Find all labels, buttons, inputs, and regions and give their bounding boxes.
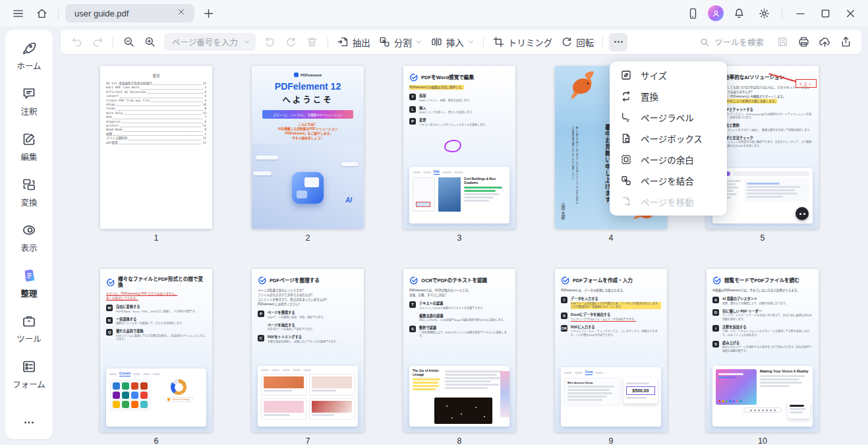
hamburger-menu-icon[interactable]	[8, 3, 28, 23]
feature-section: S 数秒で認識 一括処理機能により、PDF/スキャンした画像を数秒でテキストに変…	[409, 326, 509, 338]
pdf-page-thumbnail[interactable]: 閲覧モードでPDFファイルを読む AI搭載のPDFelementでは、今までにな…	[707, 269, 819, 432]
intro-line: ページが乱雑で読みにくいですか？	[258, 288, 358, 293]
rotate-right-button[interactable]	[282, 33, 301, 51]
thumbnail-cell: PDFをWord感覚で編集 PDFelementでの編集は非常に簡単です。 T …	[403, 66, 515, 243]
extract-button[interactable]: 抽出	[334, 33, 373, 51]
feature-section: ≡ データを入力する PDFフォームの認識と入力が可能なため、データ入力の基本が…	[561, 297, 661, 309]
divider	[58, 7, 59, 19]
sidebar-item-label: ホーム	[16, 59, 41, 72]
feature-section: T 追加 PDFにテキスト、画像、図形を追加します。	[409, 94, 509, 102]
menu-item-label: ページラベル	[641, 111, 694, 124]
sidebar-more-button[interactable]	[19, 413, 39, 432]
menu-item-page-margin[interactable]: ページの余白	[610, 149, 727, 170]
intro-line: もちろん、PDFelementは PDF だけではありません。	[106, 291, 206, 296]
sidebar-item-organize[interactable]: 整理	[20, 268, 37, 299]
intro-line: ご心配なく！PDFelementの AI機能がサポートします。	[712, 94, 813, 99]
search-icon	[699, 37, 710, 47]
feature-section: C PDFをトリミングする 不要な領域を削除し、必要に応じてサイズも変更できます…	[258, 335, 358, 343]
pdf-page-thumbnail[interactable]: PDFelement PDFelement 12 へようこそ スマートに、シンプ…	[252, 66, 364, 229]
feature-screenshot: Making Your Vision A Reality	[712, 366, 813, 427]
window-close-button[interactable]	[840, 3, 860, 23]
divider	[782, 7, 782, 19]
thumbnail-cell: 目次 PE V11 桌面端新手指南文档编写12Edit PDF like Wor…	[100, 66, 212, 243]
tab-close-icon[interactable]	[177, 8, 188, 18]
feature-section: 抽出と要約 キーポイントをすばやく抽出し、簡潔な要約を作成して時間を節約します。	[712, 123, 813, 132]
chevron-down-icon	[243, 38, 250, 45]
thumbnail-cell: OCRでPDFのテキストを認識 PDFelementでは、OCRが強力なツールで…	[403, 269, 515, 445]
sidebar-item-comment[interactable]: 注釈	[20, 86, 37, 117]
chevron-down-icon	[415, 38, 422, 45]
comment-icon	[21, 86, 37, 102]
pdf-page-thumbnail[interactable]: OCRでPDFのテキストを認識 PDFelementでは、OCRが強力なツールで…	[403, 269, 515, 432]
settings-gear-icon[interactable]	[754, 3, 774, 23]
sidebar-item-view[interactable]: 表示	[20, 222, 37, 254]
sidebar-item-tools[interactable]: ツール	[16, 313, 42, 345]
page-number-input[interactable]: ページ番号を入力	[164, 33, 256, 51]
crop-label: トリミング	[508, 36, 553, 49]
feature-section: 複数言語の認識 対応したPDFも、OCR認識でWordと編集/検索可能なPDFに…	[409, 314, 509, 322]
split-button[interactable]: 分割	[376, 33, 425, 51]
menu-item-page-label[interactable]: # ページラベル	[610, 107, 727, 128]
zoom-out-button[interactable]	[119, 33, 138, 51]
home-icon[interactable]	[32, 3, 51, 23]
sidebar-item-rocket[interactable]: ホーム	[16, 40, 41, 72]
share-button[interactable]	[836, 33, 855, 51]
split-label: 分割	[394, 36, 412, 49]
sidebar-item-convert[interactable]: 変換	[20, 177, 37, 208]
tools-icon	[21, 313, 37, 329]
avatar[interactable]	[708, 5, 724, 21]
section-icon: P	[258, 311, 264, 317]
menu-item-label: ページを結合	[641, 174, 694, 187]
delete-page-button[interactable]	[303, 33, 322, 51]
page-number-placeholder: ページ番号を入力	[172, 36, 238, 48]
redo-button[interactable]	[88, 33, 107, 51]
more-tools-button[interactable]	[609, 33, 627, 51]
section-icon: D	[712, 309, 719, 316]
window-maximize-button[interactable]	[815, 3, 835, 23]
document-tab[interactable]: user guide.pdf	[65, 4, 194, 22]
intro-line: PDFelement にお任せください！	[258, 302, 358, 307]
page-box-icon	[620, 133, 632, 144]
insert-button[interactable]: 挿入	[428, 33, 477, 51]
feature-section: D 目に優しい PDF リーダー ライトモードとダークモードを自由に切り替えて、…	[712, 309, 813, 322]
thumbnail-cell: 様々なファイルとPDF形式との間で変換 もちろん、PDFelementは PDF…	[100, 269, 212, 445]
rotate-left-button[interactable]	[261, 33, 279, 51]
sidebar-item-edit[interactable]: 編集	[20, 131, 37, 163]
pdf-page-thumbnail[interactable]: PDFフォームを作成・入力 PDFelement は、データの処理にも役立ちます…	[555, 269, 667, 432]
print-button[interactable]	[794, 33, 813, 51]
feature-screenshot: The Joy of Artistic Lineage	[409, 366, 509, 427]
sidebar-item-form[interactable]: フォーム	[13, 359, 45, 390]
extract-label: 抽出	[353, 36, 370, 49]
title-bar: user guide.pdf	[0, 0, 868, 26]
menu-item-merge-pages[interactable]: ページを結合	[610, 170, 727, 191]
menu-item-size[interactable]: サイズ	[610, 65, 727, 86]
pdf-page-thumbnail[interactable]: 目次 PE V11 桌面端新手指南文档编写12Edit PDF like Wor…	[100, 66, 212, 229]
insert-label: 挿入	[446, 36, 464, 49]
menu-item-label: 置換	[641, 90, 658, 103]
move-pages-icon	[620, 196, 632, 208]
notifications-bell-icon[interactable]	[729, 3, 749, 23]
pdf-page-thumbnail[interactable]: PDFページを整理する ページが乱雑で読みにくいですか？ファイルが大きすぎて共有…	[252, 269, 364, 432]
size-icon	[620, 69, 632, 81]
undo-button[interactable]	[67, 33, 86, 51]
pdf-page-thumbnail[interactable]: 様々なファイルとPDF形式との間で変換 もちろん、PDFelementは PDF…	[100, 269, 212, 432]
device-icon[interactable]	[683, 3, 703, 23]
new-tab-button[interactable]	[198, 3, 218, 23]
zoom-in-button[interactable]	[140, 33, 159, 51]
menu-item-replace[interactable]: 置換	[610, 86, 727, 107]
crop-button[interactable]: トリミング	[490, 33, 556, 51]
divider	[113, 36, 113, 48]
tool-search-input[interactable]: ツールを検索	[699, 36, 764, 48]
feature-section: PDFとチャットする 質問してください。PDFelement AIが24時間のサ…	[712, 107, 813, 120]
save-button[interactable]	[773, 33, 792, 51]
pdf-page-thumbnail[interactable]: PDFをWord感覚で編集 PDFelementでの編集は非常に簡単です。 T …	[403, 66, 515, 229]
check-circle-icon	[561, 276, 569, 285]
rotate-button[interactable]: 回転	[558, 33, 596, 51]
divider	[328, 36, 328, 48]
window-minimize-button[interactable]	[790, 3, 810, 23]
menu-item-page-box[interactable]: ページボックス	[610, 128, 727, 149]
document-tab-title: user guide.pdf	[74, 9, 129, 18]
cloud-upload-button[interactable]	[815, 33, 834, 51]
thumbnail-cell: PDFフォームを作成・入力 PDFelement は、データの処理にも役立ちます…	[555, 269, 667, 445]
purple-scribble-annotation	[444, 138, 462, 153]
